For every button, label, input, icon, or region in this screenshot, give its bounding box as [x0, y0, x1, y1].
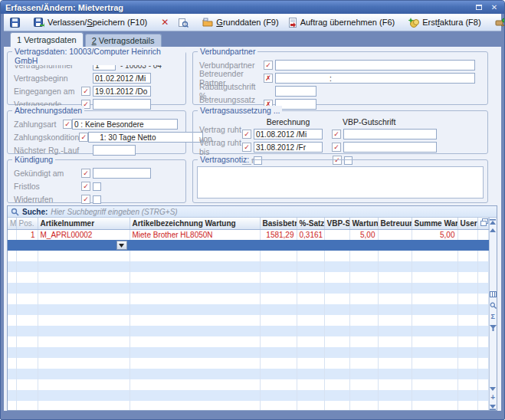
group-kuendigung-title: Kündigung — [12, 155, 55, 164]
grid-search-icon[interactable] — [490, 302, 497, 309]
note-check-icon[interactable]: ✓ — [79, 133, 88, 142]
grid-search-bar[interactable]: Suche: Hier Suchbegriff eingeben (STRG+S… — [8, 206, 497, 218]
table-row-empty[interactable] — [8, 326, 488, 336]
col-m[interactable]: M — [8, 218, 16, 229]
table-row-empty[interactable] — [8, 401, 488, 411]
note-check-icon[interactable]: ✓ — [332, 143, 341, 152]
tab-vertragsdetails[interactable]: 2Vertragsdetails — [85, 34, 162, 47]
group-abrechnungsdaten-title: Abrechnungsdaten — [12, 106, 84, 115]
note-check-icon[interactable]: ✓ — [264, 61, 273, 70]
save-icon — [10, 18, 20, 28]
table-row-empty[interactable] — [8, 358, 488, 369]
widerrufen-checkbox[interactable] — [93, 195, 101, 204]
grid-body: 1 M_APRL00002 Miete Brother HL8050N 1581… — [8, 229, 488, 411]
note-check-icon[interactable]: ✓ — [242, 143, 251, 152]
col-artikelbezeichnung[interactable]: Artikelbezeichnung Wartung — [130, 218, 260, 229]
gekuendigt-am-input[interactable] — [93, 168, 151, 179]
eingegangen-am-input[interactable] — [93, 86, 151, 97]
col-pos[interactable]: Pos. — [16, 218, 38, 229]
ruht-von-berechnung-input[interactable] — [254, 129, 323, 139]
artikel-dropdown-button[interactable] — [116, 241, 127, 250]
zahlungsart-input[interactable] — [72, 119, 178, 130]
grunddaten-label: Grunddaten (F9) — [216, 18, 278, 27]
group-verbundpartner-title: Verbundpartner — [198, 47, 257, 56]
table-row-empty[interactable] — [8, 304, 488, 315]
fristlos-checkbox[interactable] — [93, 182, 101, 191]
insert-row-icon[interactable]: + — [490, 395, 495, 401]
extras-button[interactable]: Extras — [491, 15, 505, 30]
lookup-button[interactable] — [174, 15, 192, 30]
tab-vertragsdaten[interactable]: 1Vertragsdaten — [10, 32, 84, 47]
tab-content-vertragsdaten: Vertragsdaten: 10003/Computer Heinrich G… — [4, 47, 501, 411]
table-row-empty[interactable] — [8, 283, 488, 294]
note-check-icon[interactable]: ✓ — [81, 169, 90, 178]
table-row[interactable]: 1 M_APRL00002 Miete Brother HL8050N 1581… — [8, 229, 488, 240]
betreuender-partner-input[interactable] — [275, 73, 475, 84]
table-row-empty[interactable] — [8, 347, 488, 358]
vertragsende-input[interactable] — [93, 99, 151, 110]
rabattgutschrift-input[interactable] — [275, 86, 316, 97]
scroll-to-bottom-icon[interactable] — [490, 405, 496, 410]
vertrag-ruht-bis-label: Vertrag ruht bis — [199, 138, 242, 156]
delete-button[interactable]: ✕ — [157, 15, 172, 30]
vertragsnotiz-textarea[interactable] — [197, 166, 484, 199]
note-check-icon[interactable]: ✓ — [81, 87, 90, 96]
delete-icon: ✕ — [161, 18, 169, 27]
columns-icon[interactable] — [490, 291, 497, 297]
table-row-empty[interactable] — [8, 379, 488, 390]
table-row-empty[interactable] — [8, 251, 488, 261]
ruht-von-vbp-input[interactable] — [343, 129, 437, 139]
cell-wartung: 5,00 — [349, 229, 378, 240]
eingegangen-am-label: Eingegangen am — [14, 87, 81, 96]
ruht-bis-vbp-input[interactable] — [343, 142, 437, 153]
save-button[interactable] — [6, 15, 24, 30]
note-check-icon[interactable]: ✓ — [81, 195, 90, 204]
col-vbp-satz[interactable]: VBP-Satz — [324, 218, 349, 229]
copy-window-icon[interactable] — [480, 218, 488, 226]
cell-artikelbezeichnung: Miete Brother HL8050N — [130, 229, 260, 240]
grid-nav-strip: Σ + — [489, 218, 497, 411]
row-down-icon[interactable] — [490, 387, 496, 391]
sum-icon[interactable]: Σ — [491, 313, 495, 320]
leave-save-button[interactable]: Verlassen/Speichern (F10) — [30, 15, 151, 30]
erstfaktura-button[interactable]: Erstfaktura (F8) — [405, 15, 484, 30]
note-check-icon[interactable]: ✓ — [63, 120, 72, 129]
col-wartung[interactable]: Wartung € — [349, 218, 378, 229]
table-row-empty[interactable] — [8, 261, 488, 272]
gekuendigt-am-label: Gekündigt am — [14, 169, 81, 178]
col-user[interactable]: User — [457, 218, 477, 229]
zahlungskondition-input[interactable] — [88, 132, 203, 143]
window-controls: ✕ — [474, 3, 500, 12]
table-row-empty[interactable] — [8, 390, 488, 401]
grunddaten-button[interactable]: Grunddaten (F9) — [198, 15, 282, 30]
cell-basisbetrag: 1581,29 — [260, 229, 297, 240]
note-x-icon[interactable]: ✗ — [264, 74, 273, 83]
table-row-empty[interactable] — [8, 336, 488, 347]
note-check-icon[interactable]: ✓ — [242, 130, 251, 139]
naechster-rglauf-input[interactable] — [93, 145, 136, 156]
table-row-selected[interactable] — [8, 240, 488, 251]
cell-vbp-satz — [324, 229, 349, 240]
table-row-empty[interactable] — [8, 294, 488, 304]
col-betreuung[interactable]: Betreuung € — [378, 218, 412, 229]
table-row-empty[interactable] — [8, 369, 488, 379]
auftrag-uebernehmen-button[interactable]: Auftrag übernehmen (F6) — [284, 15, 399, 30]
vertragsbeginn-input[interactable] — [93, 73, 151, 84]
col-artikelnummer[interactable]: Artikelnummer — [38, 218, 130, 229]
row-up-icon[interactable] — [490, 228, 496, 232]
search-hint: Hier Suchbegriff eingeben (STRG+S) — [51, 208, 177, 216]
ruht-bis-berechnung-input[interactable] — [254, 142, 323, 153]
verbundpartner-input[interactable] — [275, 60, 475, 71]
filter-icon[interactable] — [490, 325, 497, 331]
col-summe-wartung[interactable]: Summe Wartung € — [412, 218, 457, 229]
note-check-icon[interactable]: ✓ — [81, 182, 90, 191]
table-row-empty[interactable] — [8, 272, 488, 283]
restore-button[interactable] — [474, 3, 484, 12]
close-button[interactable]: ✕ — [489, 3, 500, 12]
table-row-empty[interactable] — [8, 315, 488, 326]
col-basisbetrag[interactable]: Basisbetrag € — [260, 218, 297, 229]
col-prozent-satz[interactable]: %-Satz — [297, 218, 324, 229]
cell-betreuung — [378, 229, 412, 240]
note-check-icon[interactable]: ✓ — [332, 130, 341, 139]
scroll-to-top-icon[interactable] — [490, 219, 496, 225]
